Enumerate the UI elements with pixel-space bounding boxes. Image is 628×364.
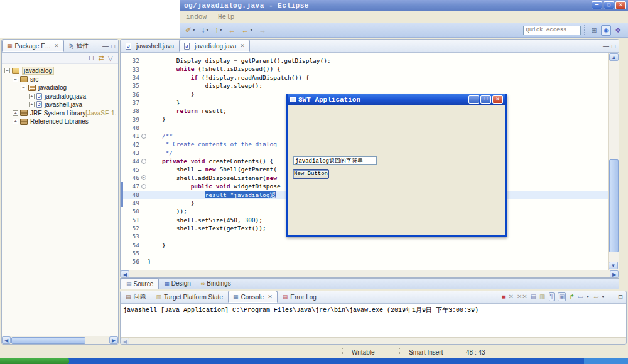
scroll-right-icon[interactable]: ▶: [610, 270, 619, 278]
code-line[interactable]: 35 display.sleep();: [121, 82, 608, 90]
import-icon[interactable]: ↓: [200, 25, 207, 35]
expand-icon[interactable]: +: [13, 110, 18, 116]
scroll-lock-icon[interactable]: ▥: [539, 293, 545, 301]
dialog-text-input[interactable]: [293, 156, 377, 165]
subtab-bindings[interactable]: ∞Bindings: [196, 278, 236, 289]
display-selected-console-icon[interactable]: ▭: [578, 293, 583, 301]
tab-plugin[interactable]: ⧎ 插件: [64, 40, 94, 52]
show-console-on-output-icon[interactable]: ↱: [569, 293, 574, 301]
package-explorer-hscrollbar[interactable]: ◀ ▶: [2, 336, 118, 344]
scroll-up-icon[interactable]: ▲: [609, 53, 619, 61]
scroll-down-icon[interactable]: ▼: [609, 262, 618, 269]
import-icon-dropdown[interactable]: ▾: [207, 28, 211, 33]
fold-collapse-icon[interactable]: −: [141, 175, 146, 180]
new-wizard-icon[interactable]: ✐: [184, 25, 193, 35]
collapse-icon[interactable]: −: [21, 85, 26, 90]
open-console-icon-dropdown[interactable]: ▾: [602, 294, 606, 299]
scrollbar-thumb[interactable]: [609, 159, 619, 252]
expand-icon[interactable]: +: [29, 102, 35, 107]
collapse-icon[interactable]: −: [4, 68, 10, 73]
fold-collapse-icon[interactable]: −: [141, 134, 146, 139]
editor-tab-javadialog.java[interactable]: Jjavadialog.java✕: [179, 40, 250, 52]
restore-button[interactable]: ❏: [604, 1, 614, 9]
back-icon[interactable]: ←: [227, 25, 237, 35]
collapse-all-icon[interactable]: ⊟: [89, 54, 94, 62]
view-menu-icon[interactable]: ▽: [108, 54, 113, 62]
subtab-design[interactable]: ▦Design: [159, 278, 196, 289]
scroll-left-icon[interactable]: ◀: [121, 338, 129, 345]
code-line[interactable]: 34 if (!display.readAndDispatch()) {: [121, 73, 608, 82]
editor-tab-javashell.java[interactable]: Jjavashell.java: [121, 40, 179, 52]
pin-console-icon[interactable]: ▣: [558, 292, 566, 301]
minimize-view-icon[interactable]: —: [603, 43, 609, 50]
scroll-right-icon[interactable]: ▶: [109, 336, 118, 344]
java-perspective-button[interactable]: ◈: [601, 25, 611, 36]
tree-item[interactable]: −javadialog: [4, 83, 118, 92]
close-button[interactable]: ✕: [615, 1, 626, 9]
code-line[interactable]: 32 Display display = getParent().getDisp…: [121, 56, 608, 65]
tree-item[interactable]: +Referenced Libraries: [4, 117, 118, 126]
editor-hscrollbar[interactable]: ◀ ▶: [121, 270, 619, 278]
clear-console-icon[interactable]: ▤: [531, 293, 536, 301]
dialog-close-button[interactable]: ✕: [492, 95, 503, 104]
minimize-button[interactable]: —: [592, 1, 602, 9]
maximize-view-icon[interactable]: □: [111, 43, 115, 50]
minimize-view-icon[interactable]: —: [609, 293, 615, 301]
maximize-view-icon[interactable]: □: [612, 43, 615, 50]
tree-item[interactable]: +Jjavadialog.java: [4, 92, 118, 101]
close-icon[interactable]: ✕: [53, 43, 59, 49]
code-line[interactable]: 33 while (!shell.isDisposed()) {: [121, 65, 608, 73]
console-tab-console[interactable]: ▦Console✕: [228, 291, 278, 303]
open-console-icon[interactable]: ▱: [594, 293, 599, 301]
plugin-perspective-button[interactable]: ❖: [613, 26, 623, 35]
tree-item[interactable]: +JRE System Library [JavaSE-1.: [4, 109, 118, 118]
minimize-view-icon[interactable]: —: [102, 43, 109, 50]
console-tab-error-log[interactable]: ▤Error Log: [278, 291, 322, 303]
tree-item[interactable]: −javadialog: [4, 67, 118, 75]
collapse-icon[interactable]: −: [13, 77, 18, 82]
remove-all-launches-icon[interactable]: ✕✕: [517, 293, 528, 301]
dialog-titlebar[interactable]: SWT Application —□✕: [288, 94, 505, 105]
code-line[interactable]: 56}: [121, 257, 608, 265]
new-button[interactable]: New Button: [293, 169, 329, 179]
close-icon[interactable]: ✕: [266, 294, 273, 300]
terminate-icon[interactable]: ■: [501, 293, 505, 301]
menu-item-indow[interactable]: indow: [180, 13, 212, 21]
console-hscrollbar[interactable]: ◀: [121, 337, 626, 345]
start-button[interactable]: [0, 358, 69, 364]
expand-icon[interactable]: +: [13, 119, 18, 124]
open-perspective-icon[interactable]: ⊞: [589, 26, 598, 35]
export-icon-dropdown[interactable]: ▾: [220, 28, 224, 33]
dialog-minimize-button[interactable]: —: [468, 95, 479, 104]
dialog-maximize-button[interactable]: □: [480, 95, 491, 104]
close-icon[interactable]: ✕: [239, 43, 245, 49]
tab-package-explorer[interactable]: ▦ Package E... ✕: [2, 40, 64, 52]
display-selected-console-icon-dropdown[interactable]: ▾: [587, 294, 591, 299]
scroll-left-icon[interactable]: ◀: [2, 336, 11, 344]
word-wrap-icon[interactable]: ¶: [549, 292, 555, 301]
console-tab-问题[interactable]: ▤问题: [121, 291, 151, 303]
scrollbar-thumb[interactable]: [11, 337, 85, 344]
console-output[interactable]: javashell [Java Application] C:\Program …: [121, 304, 626, 337]
fold-collapse-icon[interactable]: −: [141, 184, 146, 189]
scroll-left-icon[interactable]: ◀: [121, 270, 129, 278]
subtab-source[interactable]: ▤Source: [121, 278, 159, 289]
tree-item[interactable]: +Jjavashell.java: [4, 100, 118, 109]
expand-icon[interactable]: +: [29, 94, 35, 99]
export-icon[interactable]: ↑: [214, 25, 220, 35]
back-history-icon-dropdown[interactable]: ▾: [251, 28, 255, 33]
code-line[interactable]: 55: [121, 249, 608, 257]
editor-vscrollbar[interactable]: ▲ ▼: [608, 53, 619, 270]
tree-item[interactable]: −src: [4, 75, 118, 84]
maximize-view-icon[interactable]: □: [619, 293, 622, 301]
new-wizard-icon-dropdown[interactable]: ▾: [193, 28, 197, 33]
console-tab-target-platform-state[interactable]: ▥Target Platform State: [151, 291, 228, 303]
fold-collapse-icon[interactable]: −: [141, 159, 146, 164]
quick-access-input[interactable]: [523, 26, 581, 35]
windows-taskbar[interactable]: [0, 358, 628, 364]
remove-launch-icon[interactable]: ✕: [508, 293, 513, 301]
code-line[interactable]: 54 }: [121, 241, 608, 249]
forward-icon[interactable]: →: [257, 25, 268, 35]
link-with-editor-icon[interactable]: ⇄: [98, 54, 104, 62]
menu-item-help[interactable]: Help: [212, 13, 240, 21]
